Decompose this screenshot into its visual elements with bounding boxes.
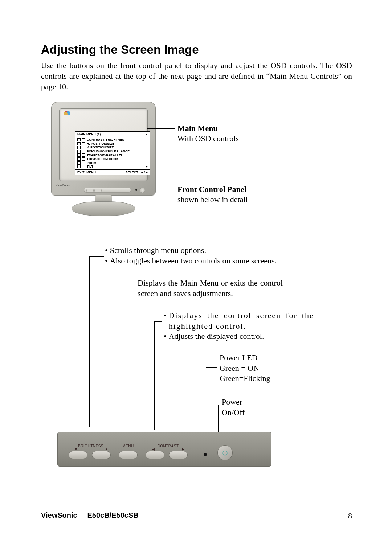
power-icon — [222, 450, 228, 456]
front-panel-diagram: •Scrolls through menu options. •Also tog… — [41, 245, 352, 467]
power-led-icon — [204, 453, 207, 456]
leader-line — [128, 288, 136, 288]
scroll-description: •Scrolls through menu options. •Also tog… — [105, 245, 294, 266]
osd-item: ZOOM — [87, 161, 96, 165]
leader-line — [89, 256, 104, 257]
monitor-base — [72, 195, 135, 216]
right-arrow-icon: ▶ — [182, 447, 184, 451]
monitor-brand-label: ViewSonic — [56, 184, 70, 187]
power-description: Power On/Off — [222, 397, 265, 418]
leader-line — [154, 427, 196, 427]
callout-subtext: shown below in detail — [177, 195, 248, 204]
page-footer: ViewSonic E50cB/E50cSB 8 — [41, 511, 352, 521]
up-arrow-icon: ▲ — [105, 447, 108, 451]
brightness-label: BRIGHTNESS — [78, 444, 101, 448]
text: Power — [222, 397, 265, 407]
osd-scroll-down-icon: ▾ — [146, 165, 148, 169]
menu-label: MENU — [117, 444, 140, 448]
leader-line — [89, 256, 90, 427]
monitor-power-icon — [140, 188, 145, 193]
callout-subtext: With OSD controls — [177, 134, 239, 143]
text: Displays the control screen for the high… — [169, 311, 314, 331]
footer-brand: ViewSonic — [41, 511, 77, 519]
contrast-description: •Displays the control screen for the hig… — [164, 311, 318, 342]
text: On/Off — [222, 407, 265, 418]
osd-item: TRAPEZOID/PARALLEL — [87, 153, 123, 157]
intro-paragraph: Use the buttons on the front control pan… — [41, 60, 352, 92]
leader-line — [128, 288, 128, 430]
page-number: 8 — [348, 511, 352, 521]
text: Adjusts the displayed control. — [169, 331, 264, 342]
front-panel-bar: BRIGHTNESS MENU CONTRAST ▼ ▲ ◀ ▶ — [57, 432, 271, 467]
leader-line — [154, 321, 155, 427]
leader-line — [218, 405, 219, 435]
footer-model: E50cB/E50cSB — [87, 511, 138, 519]
power-button[interactable] — [217, 445, 233, 460]
brightness-down-button[interactable] — [69, 451, 87, 459]
osd-select-label: SELECT : ◂ / ▸ — [126, 171, 148, 174]
leader-line — [206, 367, 206, 434]
text: Displays the Main Menu or exits the cont… — [138, 278, 283, 298]
text: Green = ON — [220, 363, 292, 374]
monitor-figure: MAIN MENU (1) ▴ CONTRAST/BRIGHTNES H. PO… — [51, 102, 352, 242]
menu-description: Displays the Main Menu or exits the cont… — [138, 278, 283, 299]
leader-line — [150, 189, 175, 189]
text: Scrolls through menu options. — [110, 245, 206, 256]
callout-title: Main Menu — [177, 124, 239, 133]
leader-line — [233, 405, 233, 435]
brightness-up-button[interactable] — [92, 451, 111, 459]
leader-line — [206, 367, 217, 368]
text: Also toggles between two controls on som… — [110, 256, 277, 266]
osd-item: PINCUSHION/PIN BALANCE — [87, 149, 130, 153]
monitor-front-panel — [84, 188, 131, 193]
callout-front-panel: Front Control Panel shown below in detai… — [177, 185, 248, 204]
osd-item: CONTRAST/BRIGHTNES — [87, 138, 124, 142]
osd-exit-label: EXIT :MENU — [77, 171, 96, 174]
osd-item: TOP/BOTTOM HOOK — [87, 157, 118, 161]
left-arrow-icon: ◀ — [152, 447, 155, 451]
osd-scroll-up-icon: ▴ — [146, 132, 148, 136]
osd-title: MAIN MENU (1) — [77, 132, 101, 136]
down-arrow-icon: ▼ — [74, 447, 78, 451]
osd-items: CONTRAST/BRIGHTNES H. POSITION/SIZE V. P… — [75, 137, 150, 169]
text: Power LED — [220, 353, 292, 363]
leader-line — [78, 427, 113, 427]
page-heading: Adjusting the Screen Image — [41, 43, 352, 57]
leader-line — [154, 321, 162, 322]
leader-line — [218, 405, 233, 405]
monitor-screen: MAIN MENU (1) ▴ CONTRAST/BRIGHTNES H. PO… — [59, 108, 148, 181]
osd-item: V. POSITION/SIZE — [87, 145, 114, 149]
callout-main-menu: Main Menu With OSD controls — [177, 124, 239, 143]
callout-title: Front Control Panel — [177, 185, 248, 194]
contrast-left-button[interactable] — [146, 451, 164, 459]
leader-line — [147, 128, 175, 129]
menu-button[interactable] — [119, 451, 138, 459]
led-description: Power LED Green = ON Green=Flicking — [220, 353, 292, 384]
crt-monitor: MAIN MENU (1) ▴ CONTRAST/BRIGHTNES H. PO… — [51, 102, 156, 218]
contrast-label: CONTRAST — [156, 444, 180, 448]
osd-window: MAIN MENU (1) ▴ CONTRAST/BRIGHTNES H. PO… — [75, 131, 150, 175]
osd-item: TILT — [87, 165, 93, 169]
contrast-right-button[interactable] — [169, 451, 188, 459]
osd-item: H. POSITION/SIZE — [87, 142, 114, 146]
text: Green=Flicking — [220, 373, 292, 384]
viewsonic-birds-icon — [63, 111, 71, 115]
